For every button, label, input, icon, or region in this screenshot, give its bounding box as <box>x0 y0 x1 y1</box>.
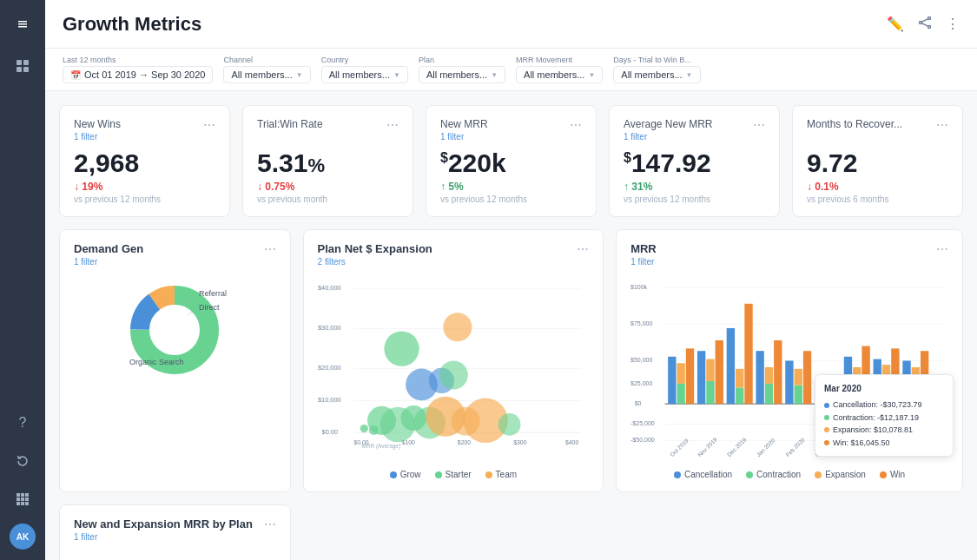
channel-filter[interactable]: Channel All members... ▼ <box>223 56 310 83</box>
chevron-down-icon: ▼ <box>588 71 595 79</box>
sidebar: ? AK <box>0 0 45 560</box>
svg-point-55 <box>368 425 378 435</box>
chart-menu-icon[interactable]: ⋯ <box>264 242 276 273</box>
chart-menu-icon[interactable]: ⋯ <box>577 242 589 273</box>
country-filter[interactable]: Country All members... ▼ <box>321 56 408 83</box>
dashboard: New Wins 1 filter ⋯ 2,968 ↓ 19% vs previ… <box>45 91 977 560</box>
svg-rect-11 <box>21 502 24 505</box>
bubble-legend: Grow Starter Team <box>318 470 590 479</box>
svg-text:$100k: $100k <box>630 284 648 290</box>
chevron-down-icon: ▼ <box>686 71 693 79</box>
chart-menu-icon[interactable]: ⋯ <box>264 517 276 549</box>
svg-text:$200: $200 <box>457 439 470 445</box>
svg-rect-87 <box>795 385 802 405</box>
svg-rect-71 <box>677 384 685 404</box>
svg-text:$75,000: $75,000 <box>630 320 652 326</box>
svg-line-20 <box>188 311 194 315</box>
svg-rect-3 <box>23 67 29 72</box>
mrr-legend: Cancellation Contraction Expansion Win <box>630 470 948 479</box>
svg-point-15 <box>928 25 931 28</box>
chevron-down-icon: ▼ <box>491 71 498 79</box>
grid-icon[interactable] <box>9 485 36 513</box>
chevron-down-icon: ▼ <box>393 71 400 79</box>
svg-point-14 <box>920 21 922 23</box>
calendar-icon: 📅 <box>70 70 81 80</box>
kpi-row: New Wins 1 filter ⋯ 2,968 ↓ 19% vs previ… <box>59 105 963 217</box>
svg-rect-72 <box>677 363 685 383</box>
legend-expansion: Expansion <box>815 470 866 479</box>
svg-rect-81 <box>744 304 752 404</box>
kpi-menu-icon[interactable]: ⋯ <box>203 118 215 148</box>
mrr-movement-filter[interactable]: MRR Movement All members... ▼ <box>516 56 603 83</box>
bottom-row: New and Expansion MRR by Plan 1 filter ⋯… <box>59 504 963 560</box>
svg-text:Organic Search: Organic Search <box>129 358 184 366</box>
share-icon[interactable] <box>918 16 932 33</box>
header: Growth Metrics ✏️ ⋮ <box>45 0 977 49</box>
svg-text:-$25,000: -$25,000 <box>630 421 655 427</box>
chart-menu-icon[interactable]: ⋯ <box>936 242 948 273</box>
new-expansion-mrr-card: New and Expansion MRR by Plan 1 filter ⋯… <box>59 504 291 560</box>
sidebar-toggle[interactable] <box>9 10 36 38</box>
legend-grow: Grow <box>390 470 421 479</box>
refresh-icon[interactable] <box>9 447 36 475</box>
help-icon[interactable]: ? <box>9 409 36 437</box>
svg-rect-5 <box>21 493 24 497</box>
mrr-card: MRR 1 filter ⋯ $100k $75,000 $50,000 $25… <box>616 229 963 492</box>
svg-rect-4 <box>17 493 20 497</box>
svg-text:Nov 2019: Nov 2019 <box>696 436 718 458</box>
kpi-new-mrr: New MRR 1 filter ⋯ $220k ↑ 5% vs previou… <box>426 105 597 217</box>
date-filter[interactable]: Last 12 months 📅 Oct 01 2019 → Sep 30 20… <box>63 56 213 83</box>
svg-text:Feb 2020: Feb 2020 <box>784 437 806 458</box>
svg-text:$400: $400 <box>565 439 578 445</box>
main-content: Growth Metrics ✏️ ⋮ Last 12 months 📅 Oct… <box>45 0 977 560</box>
bubble-chart: $40,000 $30,000 $20,000 $10,000 $0.00 $0… <box>318 273 590 464</box>
user-avatar[interactable]: AK <box>10 524 36 550</box>
edit-icon[interactable]: ✏️ <box>887 16 904 32</box>
svg-text:$30,000: $30,000 <box>318 324 341 332</box>
svg-text:$50,000: $50,000 <box>630 357 652 363</box>
svg-point-52 <box>384 331 419 366</box>
svg-point-54 <box>360 425 367 432</box>
expansion-bubble-chart: Agency Other Lean Team Other <box>74 549 276 560</box>
svg-rect-89 <box>803 351 811 404</box>
svg-point-13 <box>928 16 931 19</box>
more-icon[interactable]: ⋮ <box>946 16 960 32</box>
svg-point-48 <box>498 413 520 436</box>
svg-text:$20,000: $20,000 <box>318 364 341 372</box>
svg-text:$10,000: $10,000 <box>318 396 341 404</box>
svg-rect-79 <box>736 387 743 404</box>
svg-rect-6 <box>25 493 29 497</box>
svg-rect-88 <box>795 369 802 385</box>
kpi-menu-icon[interactable]: ⋯ <box>936 118 948 148</box>
sidebar-icon-dashboard[interactable] <box>9 52 36 80</box>
svg-text:$25,000: $25,000 <box>630 380 652 386</box>
svg-text:Referral: Referral <box>199 289 227 298</box>
legend-team: Team <box>485 470 517 479</box>
days-trial-filter[interactable]: Days - Trial to Win B... All members... … <box>613 56 700 83</box>
demand-gen-card: Demand Gen 1 filter ⋯ <box>59 229 291 492</box>
svg-rect-70 <box>668 357 676 404</box>
svg-rect-74 <box>697 351 705 404</box>
svg-text:$0: $0 <box>635 400 642 406</box>
svg-rect-86 <box>785 360 793 404</box>
svg-rect-0 <box>17 60 22 65</box>
svg-text:Direct: Direct <box>199 303 220 312</box>
svg-rect-9 <box>25 497 29 501</box>
kpi-menu-icon[interactable]: ⋯ <box>753 118 765 148</box>
svg-rect-2 <box>17 67 22 72</box>
svg-rect-73 <box>686 348 694 404</box>
svg-rect-84 <box>765 367 773 384</box>
svg-text:Dec 2019: Dec 2019 <box>726 436 748 458</box>
svg-rect-76 <box>706 359 714 381</box>
plan-net-expansion-card: Plan Net $ Expansion 2 filters ⋯ $40,000… <box>303 229 604 492</box>
svg-rect-82 <box>756 351 764 404</box>
kpi-menu-icon[interactable]: ⋯ <box>570 118 582 148</box>
legend-contraction: Contraction <box>746 470 801 479</box>
svg-text:-$50,000: -$50,000 <box>630 437 655 443</box>
plan-filter[interactable]: Plan All members... ▼ <box>419 56 505 83</box>
svg-text:MRR (Average): MRR (Average) <box>361 443 400 450</box>
charts-row-top: Demand Gen 1 filter ⋯ <box>59 229 963 492</box>
svg-rect-85 <box>774 340 782 404</box>
svg-point-51 <box>439 360 467 389</box>
kpi-menu-icon[interactable]: ⋯ <box>386 118 399 148</box>
